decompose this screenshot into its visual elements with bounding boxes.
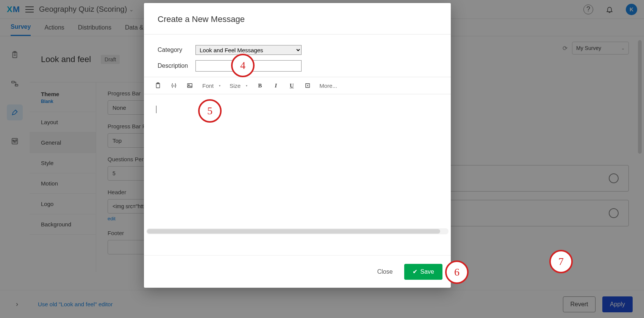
category-select[interactable]: Look and Feel Messages (195, 45, 302, 55)
italic-button[interactable]: I (269, 80, 282, 92)
scrollbar-thumb[interactable] (147, 229, 440, 234)
piped-text-icon[interactable]: A (167, 80, 180, 92)
check-icon: ✔ (413, 268, 417, 275)
image-icon[interactable] (183, 80, 196, 92)
svg-rect-16 (188, 84, 192, 88)
description-input[interactable] (195, 60, 302, 72)
editor-textarea[interactable] (144, 94, 451, 228)
source-icon[interactable] (301, 80, 314, 92)
editor-toolbar: A Font▾ Size▾ B I U (144, 77, 451, 94)
text-cursor (156, 106, 156, 113)
more-button[interactable]: More... (317, 80, 339, 92)
bold-button[interactable]: B (253, 80, 266, 92)
save-button[interactable]: ✔ Save (404, 264, 442, 280)
modal-footer: Close ✔ Save (144, 255, 451, 288)
rich-text-editor: A Font▾ Size▾ B I U (144, 77, 451, 228)
svg-text:A: A (173, 84, 175, 87)
modal-title: Create a New Message (144, 3, 451, 34)
create-message-modal: Create a New Message Category Look and F… (144, 3, 451, 288)
paste-icon[interactable] (152, 80, 164, 92)
modal-horizontal-scrollbar[interactable] (146, 228, 449, 234)
category-label: Category (158, 47, 195, 53)
size-dropdown[interactable]: Size▾ (227, 80, 250, 92)
close-button[interactable]: Close (375, 265, 395, 279)
font-dropdown[interactable]: Font▾ (199, 80, 224, 92)
description-label: Description (158, 62, 195, 69)
underline-button[interactable]: U (285, 80, 298, 92)
